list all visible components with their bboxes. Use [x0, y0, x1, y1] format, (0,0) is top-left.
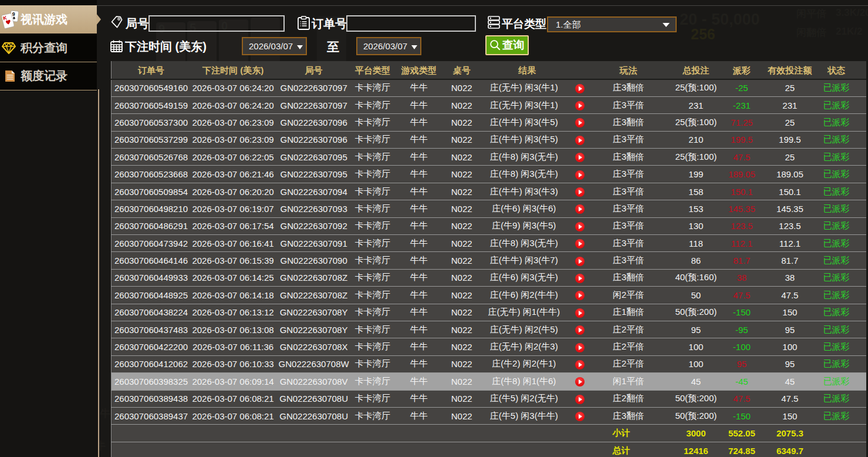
- svg-text:9: 9: [12, 11, 15, 17]
